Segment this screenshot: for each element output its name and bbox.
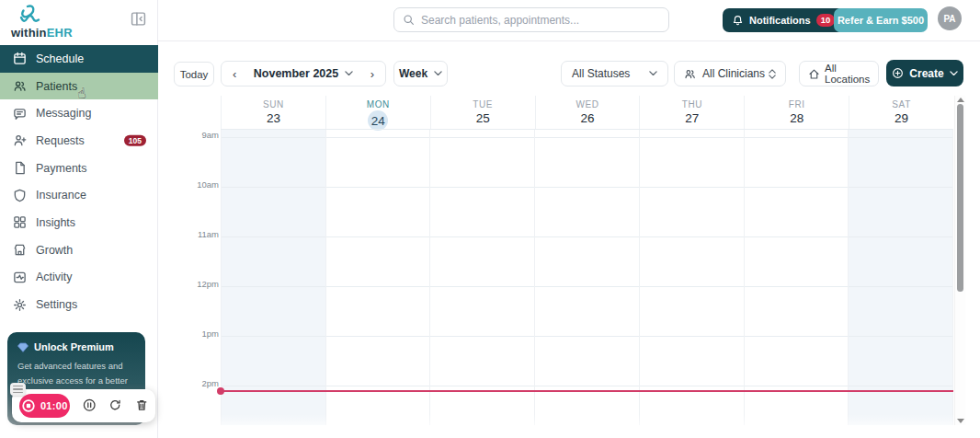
day-column-fri[interactable] (744, 130, 849, 425)
sidebar-item-patients[interactable]: Patients (0, 73, 158, 100)
sort-chevrons-icon (769, 69, 776, 79)
gem-icon (17, 342, 28, 352)
prev-week-icon[interactable]: ‹ (233, 68, 236, 80)
day-column-sun[interactable] (221, 130, 325, 425)
sidebar-item-label: Activity (36, 271, 73, 283)
sidebar-item-label: Schedule (36, 52, 84, 65)
pause-recording-icon[interactable] (83, 398, 96, 414)
sidebar-item-label: Settings (36, 298, 77, 311)
storefront-icon (13, 243, 27, 257)
chevron-down-icon (649, 71, 657, 76)
day-header-wed[interactable]: WED26 (535, 96, 640, 129)
clinicians-filter[interactable]: All Clinicians (674, 61, 786, 86)
sidebar-collapse-icon[interactable] (131, 11, 146, 27)
stop-recording-button[interactable]: 01:00 (19, 394, 70, 418)
brand-name: withinEHR (11, 26, 73, 40)
recorder-drag-handle[interactable] (10, 383, 26, 396)
period-label[interactable]: November 2025 (254, 67, 338, 80)
locations-filter[interactable]: All Locations (799, 61, 879, 86)
current-time-dot (217, 387, 224, 395)
premium-title: Unlock Premium (34, 341, 114, 352)
person-plus-icon (13, 133, 27, 147)
brand-logo-icon (11, 4, 73, 28)
time-label: 12pm (175, 279, 219, 289)
search-icon (403, 14, 415, 26)
recording-timer: 01:00 (40, 400, 68, 411)
day-header-tue[interactable]: TUE25 (430, 96, 535, 129)
chevron-down-icon (434, 71, 442, 76)
time-label: 9am (175, 130, 219, 140)
period-navigator: ‹ November 2025 › (221, 61, 386, 86)
day-column-wed[interactable] (534, 130, 639, 425)
bell-icon (732, 15, 744, 27)
sidebar-item-label: Requests (36, 134, 85, 147)
day-column-thu[interactable] (639, 130, 744, 425)
stop-icon (21, 398, 36, 413)
time-label: 10am (175, 179, 219, 190)
day-header-thu[interactable]: THU27 (639, 96, 744, 129)
day-column-mon[interactable] (325, 130, 430, 425)
sidebar-item-requests[interactable]: Requests 105 (0, 127, 158, 155)
sidebar-item-schedule[interactable]: Schedule (0, 45, 158, 73)
notifications-button[interactable]: Notifications 10 (723, 8, 844, 32)
day-column-sat[interactable] (848, 130, 952, 425)
notifications-count-badge: 10 (816, 14, 836, 27)
locations-label: All Locations (825, 63, 870, 85)
scrollbar-thumb[interactable] (957, 104, 963, 292)
sidebar-item-label: Payments (36, 162, 87, 175)
notifications-label: Notifications (749, 15, 811, 26)
today-button[interactable]: Today (174, 62, 214, 86)
sidebar-item-label: Insurance (36, 189, 86, 202)
sidebar-item-label: Messaging (36, 107, 91, 120)
topbar: Notifications 10 Refer & Earn $500 PA (158, 0, 980, 41)
day-header-mon[interactable]: MON24 (325, 96, 430, 129)
requests-count-badge: 105 (124, 135, 146, 147)
sidebar-item-label: Insights (36, 216, 75, 229)
patients-icon (13, 79, 27, 93)
view-label: Week (399, 67, 427, 80)
create-button[interactable]: Create (886, 60, 963, 86)
view-selector[interactable]: Week (393, 61, 448, 86)
day-header-fri[interactable]: FRI28 (744, 96, 849, 129)
day-column-tue[interactable] (429, 130, 534, 425)
calendar-day-header: SUN23 MON24 TUE25 WED26 THU27 FRI28 SAT2… (221, 96, 953, 129)
user-avatar[interactable]: PA (938, 6, 962, 30)
sidebar-item-insights[interactable]: Insights (0, 209, 158, 236)
sidebar-item-settings[interactable]: Settings (0, 291, 158, 318)
chat-icon (13, 107, 27, 121)
screen-recorder-widget: 01:00 (12, 389, 155, 422)
sidebar: withinEHR Schedule Patients Messaging Re… (0, 0, 158, 438)
sidebar-item-growth[interactable]: Growth (0, 236, 158, 264)
current-time-line (221, 390, 953, 392)
sidebar-nav: Schedule Patients Messaging Requests 105… (0, 45, 158, 318)
time-label: 2pm (175, 378, 219, 388)
scroll-up-icon[interactable] (957, 98, 964, 102)
today-label: Today (180, 69, 209, 80)
time-label: 11am (175, 229, 219, 239)
sidebar-item-label: Patients (36, 80, 77, 93)
refer-earn-button[interactable]: Refer & Earn $500 (834, 8, 928, 32)
next-week-icon[interactable]: › (370, 68, 374, 80)
grid-icon (13, 215, 27, 229)
day-header-sun[interactable]: SUN23 (221, 96, 325, 129)
calendar-icon (13, 52, 27, 65)
plus-circle-icon (892, 67, 904, 79)
search-input[interactable] (421, 14, 660, 27)
document-icon (13, 161, 27, 175)
sidebar-item-activity[interactable]: Activity (0, 264, 158, 292)
chevron-down-icon (345, 71, 353, 76)
vertical-scrollbar (954, 96, 965, 425)
day-header-sat[interactable]: SAT29 (849, 96, 953, 129)
delete-recording-icon[interactable] (135, 398, 148, 414)
scroll-down-icon[interactable] (957, 419, 964, 423)
statuses-filter[interactable]: All Statuses (561, 61, 668, 86)
restart-recording-icon[interactable] (108, 398, 121, 414)
home-icon (808, 68, 820, 80)
sidebar-item-label: Growth (36, 244, 73, 257)
clinicians-label: All Clinicians (702, 67, 765, 80)
sidebar-item-insurance[interactable]: Insurance (0, 181, 158, 209)
sidebar-item-messaging[interactable]: Messaging (0, 99, 158, 127)
avatar-initials: PA (943, 14, 955, 24)
gear-icon (13, 298, 27, 312)
sidebar-item-payments[interactable]: Payments (0, 155, 158, 182)
